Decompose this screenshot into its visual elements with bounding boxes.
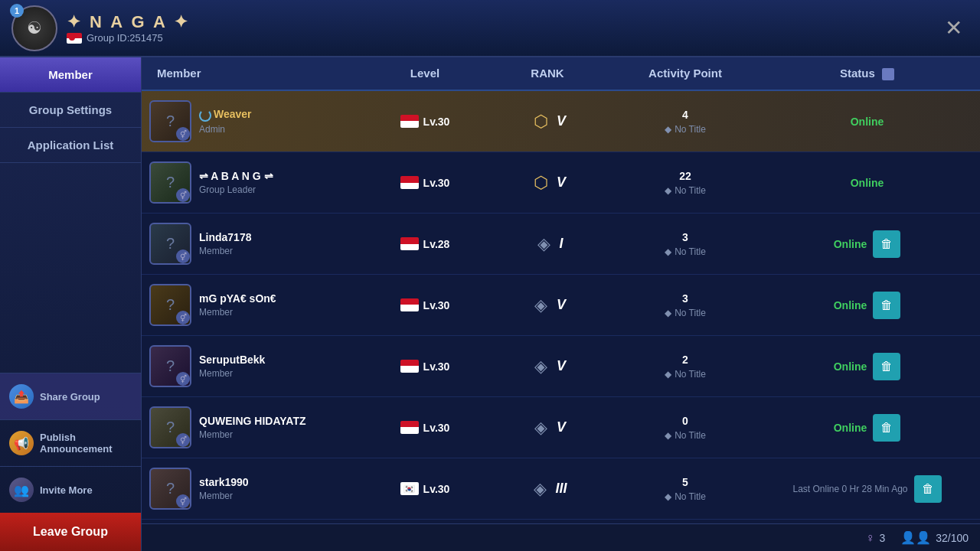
rank-cell: ⬡ V [486, 109, 609, 134]
col-activity: Activity Point [609, 67, 762, 80]
rank-cell: ◈ V [486, 354, 609, 379]
member-role: Admin [199, 124, 252, 135]
member-level: Lv.30 [423, 116, 450, 128]
member-cell: ? ⚥ Weaver Admin [149, 100, 364, 142]
member-title: No Title [675, 308, 706, 318]
group-id-text: Group ID:251475 [87, 32, 163, 44]
member-cell: ? ⚥ QUWEING HIDAYATZ Member [149, 406, 364, 448]
group-info: ✦ N A G A ✦ Group ID:251475 [67, 12, 190, 44]
rank-numeral: V [557, 358, 566, 374]
member-title: No Title [675, 430, 706, 441]
member-cell: ? ⚥ SeruputBekk Member [149, 345, 364, 387]
table-row: ? ⚥ Linda7178 Member Lv.28 ◈ I 3 ◆ No Ti… [142, 214, 980, 275]
avatar-badge: ⚥ [176, 249, 190, 263]
diamond-icon: ◆ [665, 308, 671, 318]
delete-member-button[interactable]: 🗑 [873, 292, 900, 319]
rank-icon: ◈ [529, 354, 554, 379]
member-flag [400, 421, 419, 434]
member-name: mG pYA€ sOn€ [199, 292, 276, 305]
sidebar-item-group-settings[interactable]: Group Settings [0, 93, 141, 128]
delete-member-button[interactable]: 🗑 [873, 230, 900, 258]
member-role: Member [199, 491, 249, 501]
delete-member-button[interactable]: 🗑 [873, 353, 900, 380]
close-button[interactable]: ✕ [938, 13, 969, 44]
group-name: ✦ N A G A ✦ [67, 12, 190, 32]
member-level: Lv.30 [423, 177, 450, 189]
delete-member-button[interactable]: 🗑 [873, 414, 900, 442]
table-row: ? ⚥ SeruputBekk Member Lv.30 ◈ V 2 ◆ No … [142, 336, 980, 397]
member-table: ? ⚥ Weaver Admin Lv.30 ⬡ V 4 ◆ No Title [142, 91, 980, 523]
table-row: ? ⚥ Weaver Admin Lv.30 ⬡ V 4 ◆ No Title [142, 91, 980, 152]
member-cell: ? ⚥ stark1990 Member [149, 468, 364, 510]
group-id-row: Group ID:251475 [67, 32, 190, 44]
rank-numeral: V [557, 174, 566, 191]
member-avatar: ? ⚥ [149, 468, 191, 510]
announce-icon: 📢 [9, 431, 34, 455]
rank-icon: ◈ [531, 232, 556, 256]
member-avatar: ? ⚥ [149, 406, 191, 448]
member-cell: ? ⚥ Linda7178 Member [149, 223, 364, 265]
status-cell: Online 🗑 [762, 292, 972, 319]
member-level: Lv.30 [423, 360, 450, 373]
member-flag [400, 237, 419, 250]
member-flag [400, 176, 419, 189]
member-role: Member [199, 246, 251, 256]
member-name: SeruputBekk [199, 354, 265, 366]
status-settings-icon[interactable] [882, 68, 894, 80]
activity-cell: 5 ◆ No Title [609, 476, 762, 502]
member-title: No Title [675, 491, 706, 502]
member-name: stark1990 [199, 476, 249, 488]
header-flag [67, 33, 82, 44]
activity-points: 3 [682, 292, 688, 305]
status-cell: Online 🗑 [762, 353, 972, 380]
sidebar-action-share[interactable]: 📤 Share Group [0, 373, 141, 419]
status-cell: Online [762, 177, 972, 189]
delete-member-button[interactable]: 🗑 [914, 475, 942, 503]
rank-numeral: V [557, 419, 566, 435]
member-avatar: ? ⚥ [149, 284, 191, 326]
member-avatar: ? ⚥ [149, 223, 191, 265]
rank-icon: ◈ [528, 477, 552, 501]
member-level: Lv.30 [423, 483, 450, 495]
rank-numeral: I [559, 236, 563, 252]
table-header: Member Level RANK Activity Point Status [142, 57, 980, 91]
col-level: Level [364, 67, 486, 80]
rank-numeral: V [557, 113, 566, 129]
activity-cell: 3 ◆ No Title [609, 231, 762, 257]
member-stat: 👤👤 32/100 [900, 530, 969, 545]
level-cell: Lv.30 [364, 298, 486, 311]
level-cell: Lv.30 [364, 360, 486, 373]
member-flag [400, 115, 419, 128]
avatar-badge: ⚥ [176, 311, 190, 324]
sidebar-item-application-list[interactable]: Application List [0, 128, 141, 163]
status-cell: Online 🗑 [762, 230, 972, 258]
sidebar-item-member[interactable]: Member [0, 57, 141, 93]
avatar-badge: ⚥ [176, 494, 190, 508]
leave-group-button[interactable]: Leave Group [0, 513, 141, 551]
sidebar-action-announce[interactable]: 📢 Publish Announcement [0, 419, 141, 466]
logo-number: 1 [10, 4, 24, 18]
member-info: ⇌ A B A N G ⇌ Group Leader [199, 170, 273, 195]
rank-cell: ◈ V [486, 416, 609, 440]
member-role: Member [199, 307, 276, 318]
table-row: ? ⚥ ⇌ A B A N G ⇌ Group Leader Lv.30 ⬡ V… [142, 152, 980, 214]
refresh-icon [199, 109, 211, 122]
title-badge: ◆ No Title [665, 491, 706, 502]
activity-cell: 0 ◆ No Title [609, 415, 762, 441]
member-name: Linda7178 [199, 231, 251, 243]
activity-points: 4 [682, 109, 688, 121]
col-rank: RANK [486, 67, 609, 80]
member-cell: ? ⚥ mG pYA€ sOn€ Member [149, 284, 364, 326]
status-online: Online [851, 116, 884, 128]
member-level: Lv.30 [423, 422, 450, 434]
level-cell: Lv.30 [364, 421, 486, 434]
member-role: Member [199, 429, 306, 440]
member-info: QUWEING HIDAYATZ Member [199, 415, 306, 440]
member-info: stark1990 Member [199, 476, 249, 501]
rank-icon: ◈ [529, 416, 554, 440]
member-info: Weaver Admin [199, 108, 252, 134]
sidebar-action-invite[interactable]: 👥 Invite More [0, 466, 141, 513]
invite-icon: 👥 [9, 478, 34, 502]
member-name: QUWEING HIDAYATZ [199, 415, 306, 427]
level-cell: Lv.30 [364, 176, 486, 189]
